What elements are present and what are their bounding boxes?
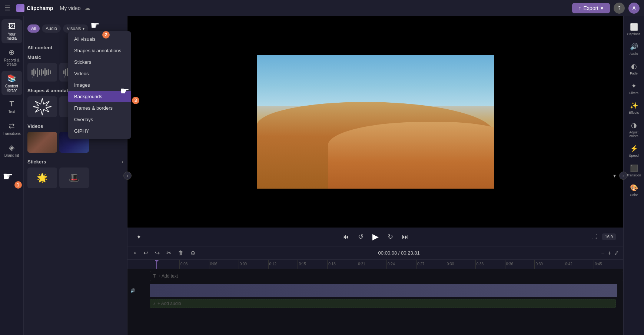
right-tool-transition[interactable]: ⬛ Transition (625, 161, 643, 180)
ruler-mark-11: 0:33 (475, 260, 505, 269)
dropdown-stickers[interactable]: Stickers (68, 56, 131, 68)
svg-rect-2 (35, 70, 36, 74)
sticker-thumb-1[interactable]: 🌟 (27, 168, 57, 188)
ruler-marks: 0:03 0:06 0:09 0:12 0:15 0:18 0:21 0:24 … (150, 260, 623, 269)
magic-button[interactable]: ✦ (135, 232, 143, 242)
ruler-mark-15: 0:45 (594, 260, 623, 269)
dropdown-shapes-annotations[interactable]: Shapes & annotations (68, 45, 131, 56)
svg-rect-0 (31, 70, 33, 75)
right-sidebar-collapse-button[interactable]: › (619, 172, 627, 180)
video-track-label: 🔊 (127, 288, 150, 293)
dropdown-frames-borders[interactable]: Frames & borders (68, 102, 131, 114)
add-text-label: + Add text (158, 273, 178, 279)
video-title[interactable]: My video (60, 5, 81, 11)
rewind-button[interactable]: ↺ (356, 231, 365, 242)
export-label: Export (584, 5, 598, 11)
ruler-mark-13: 0:39 (534, 260, 564, 269)
timeline-chevron-button[interactable]: ▾ (613, 173, 616, 179)
menu-icon[interactable]: ☰ (4, 4, 10, 12)
panel-collapse-button[interactable]: ‹ (123, 172, 132, 180)
volume-icon: 🔊 (130, 288, 136, 293)
dropdown-backgrounds[interactable]: Backgrounds (68, 91, 131, 102)
dropdown-overlays[interactable]: Overlays (68, 114, 131, 125)
ruler-mark-9: 0:27 (416, 260, 446, 269)
ruler-mark-2: 0:06 (209, 260, 239, 269)
video-area: ✦ ⏮ ↺ ▶ ↻ ⏭ ⛶ 16:9 ⌖ ↩ ↪ ✂ 🗑 ⊕ 00:00.08 … (127, 16, 623, 335)
add-button[interactable]: ⊕ (189, 249, 197, 257)
video-thumb-1[interactable] (27, 132, 57, 153)
sidebar-item-content-library[interactable]: 📚 Content library (1, 71, 22, 95)
skip-back-button[interactable]: ⏮ (341, 232, 351, 242)
adjust-colors-label: Adjust colors (626, 130, 642, 138)
zoom-fit-button[interactable]: ⤢ (614, 249, 619, 256)
cut-button[interactable]: ✂ (165, 249, 173, 257)
timeline-toolbar: ⌖ ↩ ↪ ✂ 🗑 ⊕ 00:00.08 / 00:23.81 − + ⤢ ▾ (127, 246, 623, 260)
svg-rect-1 (33, 69, 34, 76)
svg-rect-10 (50, 70, 51, 74)
app-logo: Clipchamp (16, 4, 53, 12)
audio-track[interactable]: ♪ + Add audio (150, 299, 616, 308)
transition-icon: ⬛ (630, 164, 638, 172)
add-text-track[interactable]: T + Add text (150, 271, 623, 281)
sidebar-item-record-create-label: Record & create (3, 58, 21, 66)
cursor-tool-button[interactable]: ⌖ (132, 249, 138, 257)
dropdown-giphy[interactable]: GIPHY (68, 125, 131, 137)
dropdown-all-visuals[interactable]: All visuals (68, 33, 131, 45)
ruler-mark-10: 0:30 (446, 260, 475, 269)
video-track-bar[interactable] (150, 284, 617, 297)
fast-forward-button[interactable]: ↻ (386, 231, 395, 242)
tab-all-label: All (31, 26, 36, 31)
tab-audio[interactable]: Audio (42, 24, 61, 33)
sticker-thumb-2[interactable]: 🎩 (59, 168, 89, 188)
tab-all[interactable]: All (27, 24, 40, 33)
playback-bar: ✦ ⏮ ↺ ▶ ↻ ⏭ ⛶ 16:9 (127, 228, 623, 246)
video-preview (257, 55, 494, 189)
undo-button[interactable]: ↩ (142, 249, 150, 257)
aspect-ratio-button[interactable]: 16:9 (602, 233, 616, 240)
zoom-in-button[interactable]: + (608, 250, 611, 256)
avatar[interactable]: A (628, 3, 640, 14)
export-button[interactable]: ↑ Export ▾ (572, 3, 610, 13)
ruler-mark-7: 0:21 (357, 260, 386, 269)
music-thumb-1[interactable]: ♪ (27, 63, 57, 82)
dune2 (328, 122, 494, 189)
right-tool-audio[interactable]: 🔊 Audio (625, 40, 643, 59)
delete-button[interactable]: 🗑 (176, 249, 185, 257)
preview-container (127, 16, 623, 228)
cloud-icon: ☁ (84, 4, 90, 11)
filters-icon: ✦ (631, 82, 637, 90)
tab-audio-label: Audio (46, 26, 57, 31)
right-tool-fade[interactable]: ◐ Fade (625, 59, 643, 78)
dropdown-images[interactable]: Images (68, 79, 131, 91)
dropdown-videos[interactable]: Videos (68, 68, 131, 79)
stickers-section-items: 🌟 🎩 (27, 168, 123, 188)
ruler-mark-8: 0:24 (386, 260, 416, 269)
cursor-1-indicator: ☛ 1 (3, 169, 21, 188)
help-icon[interactable]: ? (614, 3, 625, 14)
record-create-icon: ⊕ (9, 48, 15, 57)
sidebar-item-text[interactable]: T Text (1, 97, 22, 117)
skip-forward-button[interactable]: ⏭ (401, 232, 410, 242)
redo-button[interactable]: ↪ (153, 249, 161, 257)
right-tool-filters[interactable]: ✦ Filters (625, 79, 643, 98)
play-button[interactable]: ▶ (371, 230, 380, 243)
svg-rect-12 (63, 70, 64, 74)
sidebar-item-transitions[interactable]: ⇄ Transitions (1, 118, 22, 139)
right-tool-captions[interactable]: ⬜ Captions (625, 20, 643, 39)
video-track: 🔊 (127, 283, 623, 298)
sidebar-item-your-media[interactable]: 🖼 Your media (1, 19, 22, 43)
right-tool-effects[interactable]: ✨ Effects (625, 99, 643, 117)
svg-rect-3 (37, 68, 38, 77)
fullscreen-button[interactable]: ⛶ (591, 233, 597, 240)
waveform-1: ♪ (31, 67, 53, 78)
right-tool-adjust-colors[interactable]: ◑ Adjust colors (625, 118, 643, 141)
shape-thumb-1[interactable] (27, 96, 57, 117)
stickers-section-header: Stickers › (27, 159, 123, 165)
stickers-section-arrow[interactable]: › (122, 159, 123, 165)
playhead[interactable] (156, 260, 157, 269)
sidebar-item-record-create[interactable]: ⊕ Record & create (1, 45, 22, 69)
right-tool-speed[interactable]: ⚡ Speed (625, 142, 643, 160)
zoom-out-button[interactable]: − (601, 250, 604, 256)
sidebar-item-brand-kit[interactable]: ◈ Brand kit (1, 140, 22, 160)
right-tool-color[interactable]: 🎨 Color (625, 181, 643, 200)
